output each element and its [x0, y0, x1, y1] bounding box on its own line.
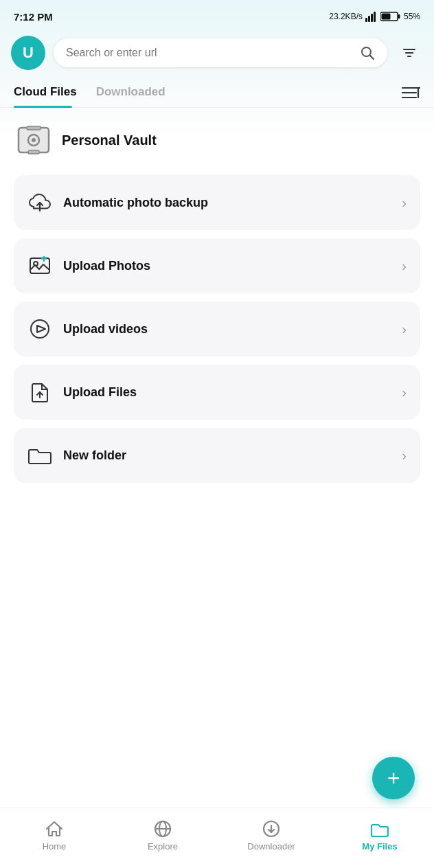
- svg-rect-2: [371, 14, 373, 22]
- nav-myfiles[interactable]: My Files: [356, 819, 404, 852]
- nav-home[interactable]: Home: [30, 819, 78, 852]
- nav-home-label: Home: [43, 841, 67, 852]
- chevron-icon-2: ›: [402, 321, 407, 337]
- sort-button[interactable]: [396, 39, 423, 67]
- svg-rect-21: [28, 150, 39, 154]
- svg-rect-20: [27, 126, 41, 130]
- chevron-icon-0: ›: [402, 195, 407, 211]
- nav-explore[interactable]: Explore: [139, 819, 187, 852]
- search-icon: [360, 45, 375, 60]
- svg-rect-1: [368, 16, 370, 22]
- svg-rect-3: [374, 12, 376, 22]
- vault-title: Personal Vault: [62, 133, 157, 148]
- upload-files-label: Upload Files: [63, 385, 391, 400]
- svg-marker-27: [37, 326, 45, 332]
- cloud-upload-icon: [27, 190, 52, 215]
- status-right: 23.2KB/s 55%: [329, 11, 420, 22]
- svg-rect-6: [381, 14, 390, 20]
- signal-icon: [365, 11, 378, 22]
- downloader-icon: [262, 819, 281, 838]
- network-speed: 23.2KB/s: [329, 12, 363, 21]
- view-options-button[interactable]: [401, 85, 420, 100]
- tab-downloaded[interactable]: Downloaded: [96, 78, 175, 107]
- menu-item-new-folder[interactable]: New folder ›: [14, 428, 420, 483]
- fab-add-button[interactable]: +: [372, 757, 415, 799]
- file-upload-icon: [27, 380, 52, 404]
- status-time: 7:12 PM: [14, 11, 53, 23]
- chevron-icon-3: ›: [402, 385, 407, 400]
- chevron-icon-4: ›: [402, 448, 407, 464]
- svg-point-26: [31, 320, 49, 338]
- search-bar-container[interactable]: [54, 38, 387, 67]
- nav-downloader-label: Downloader: [247, 841, 295, 852]
- myfiles-icon: [370, 819, 389, 838]
- svg-rect-23: [30, 258, 49, 273]
- vault-row: Personal Vault: [0, 108, 434, 168]
- svg-rect-0: [365, 18, 367, 22]
- menu-item-auto-backup[interactable]: Automatic photo backup ›: [14, 175, 420, 230]
- tab-cloud-files[interactable]: Cloud Files: [14, 78, 87, 107]
- nav-downloader[interactable]: Downloader: [247, 819, 295, 852]
- battery-percent: 55%: [404, 12, 420, 21]
- nav-explore-label: Explore: [148, 841, 178, 852]
- battery-icon: [380, 11, 401, 22]
- svg-point-19: [32, 138, 36, 142]
- menu-list: Automatic photo backup › Upload Photos ›…: [0, 168, 434, 490]
- menu-item-upload-files[interactable]: Upload Files ›: [14, 365, 420, 420]
- auto-backup-label: Automatic photo backup: [63, 196, 391, 210]
- tabs-row: Cloud Files Downloaded: [0, 78, 434, 108]
- home-icon: [45, 819, 64, 838]
- upload-photos-label: Upload Photos: [63, 259, 391, 273]
- bottom-nav: Home Explore Downloader My Files: [0, 808, 434, 868]
- upload-videos-label: Upload videos: [63, 322, 391, 336]
- folder-new-icon: [27, 443, 52, 468]
- photo-upload-icon: [27, 253, 52, 278]
- menu-item-upload-photos[interactable]: Upload Photos ›: [14, 238, 420, 293]
- status-bar: 7:12 PM 23.2KB/s 55%: [0, 0, 434, 30]
- nav-myfiles-label: My Files: [362, 841, 397, 852]
- explore-icon: [153, 819, 172, 838]
- new-folder-label: New folder: [63, 448, 391, 463]
- search-row: U: [0, 30, 434, 78]
- search-input[interactable]: [66, 47, 353, 59]
- video-upload-icon: [27, 317, 52, 341]
- svg-rect-5: [398, 14, 400, 19]
- vault-icon: [16, 123, 51, 157]
- avatar[interactable]: U: [11, 36, 45, 70]
- menu-item-upload-videos[interactable]: Upload videos ›: [14, 301, 420, 356]
- svg-line-8: [370, 56, 374, 60]
- chevron-icon-1: ›: [402, 258, 407, 274]
